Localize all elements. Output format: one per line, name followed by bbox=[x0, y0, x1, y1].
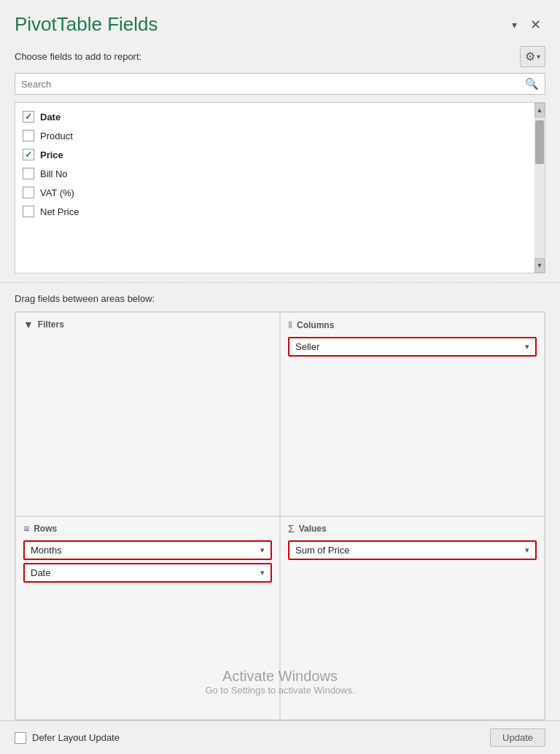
update-button[interactable]: Update bbox=[490, 728, 545, 747]
header-controls: ▾ ✕ bbox=[509, 15, 545, 34]
fields-list-container: Date Product Price Bill No VAT (%) Net P bbox=[15, 102, 545, 273]
filters-icon: ▼ bbox=[23, 319, 34, 330]
columns-seller-label: Seller bbox=[295, 341, 319, 352]
fields-list: Date Product Price Bill No VAT (%) Net P bbox=[15, 103, 534, 273]
values-sumofprice-label: Sum of Price bbox=[295, 545, 349, 556]
field-item-price[interactable]: Price bbox=[15, 145, 534, 164]
field-label-product: Product bbox=[40, 131, 73, 141]
search-icon: 🔍 bbox=[525, 77, 539, 90]
choose-fields-label: Choose fields to add to report: bbox=[15, 51, 141, 62]
field-label-billno: Bill No bbox=[40, 168, 68, 179]
area-rows-header: ≡ Rows bbox=[23, 523, 272, 535]
area-values: Σ Values Sum of Price ▾ bbox=[280, 516, 545, 720]
area-filters-header: ▼ Filters bbox=[23, 319, 272, 330]
field-label-vat: VAT (%) bbox=[40, 187, 74, 198]
rows-icon: ≡ bbox=[23, 523, 29, 535]
panel-close-button[interactable]: ✕ bbox=[526, 15, 545, 34]
columns-icon: ⫴ bbox=[288, 319, 292, 331]
panel-title: PivotTable Fields bbox=[15, 13, 158, 36]
field-checkbox-product[interactable] bbox=[23, 130, 34, 141]
gear-dropdown-arrow-icon: ▾ bbox=[537, 53, 540, 61]
field-item-vat[interactable]: VAT (%) bbox=[15, 183, 534, 202]
area-rows: ≡ Rows Months ▾ Date ▾ bbox=[15, 516, 280, 720]
area-values-header: Σ Values bbox=[288, 523, 537, 535]
values-title: Values bbox=[299, 524, 327, 534]
search-row: 🔍 bbox=[0, 73, 560, 102]
close-icon: ✕ bbox=[530, 18, 541, 32]
rows-months-label: Months bbox=[31, 545, 62, 556]
scrollbar-thumb[interactable] bbox=[535, 120, 544, 164]
panel-footer: Defer Layout Update Update bbox=[0, 720, 560, 754]
values-sumofprice-pill[interactable]: Sum of Price ▾ bbox=[288, 540, 537, 560]
values-icon: Σ bbox=[288, 523, 295, 535]
columns-seller-pill[interactable]: Seller ▾ bbox=[288, 337, 537, 357]
field-item-product[interactable]: Product bbox=[15, 126, 534, 145]
field-item-netprice[interactable]: Net Price bbox=[15, 202, 534, 221]
columns-title: Columns bbox=[297, 320, 334, 330]
area-columns-header: ⫴ Columns bbox=[288, 319, 537, 331]
search-box: 🔍 bbox=[15, 73, 545, 95]
field-item-date[interactable]: Date bbox=[15, 107, 534, 126]
field-checkbox-billno[interactable] bbox=[23, 168, 34, 179]
dropdown-arrow-icon: ▾ bbox=[512, 19, 517, 31]
field-checkbox-price[interactable] bbox=[23, 149, 34, 160]
rows-date-pill[interactable]: Date ▾ bbox=[23, 563, 272, 583]
field-checkbox-vat[interactable] bbox=[23, 187, 34, 198]
field-item-billno[interactable]: Bill No bbox=[15, 164, 534, 183]
rows-date-label: Date bbox=[31, 567, 50, 578]
field-checkbox-date[interactable] bbox=[23, 111, 34, 123]
area-columns: ⫴ Columns Seller ▾ bbox=[280, 312, 545, 516]
pivottable-fields-panel: PivotTable Fields ▾ ✕ Choose fields to a… bbox=[0, 0, 560, 754]
rows-title: Rows bbox=[34, 524, 57, 534]
drag-fields-label: Drag fields between areas below: bbox=[0, 282, 560, 311]
defer-layout-checkbox[interactable] bbox=[15, 732, 26, 744]
choose-fields-row: Choose fields to add to report: ⚙ ▾ bbox=[0, 43, 560, 73]
field-label-netprice: Net Price bbox=[40, 206, 79, 217]
rows-date-arrow-icon: ▾ bbox=[260, 568, 265, 578]
areas-grid: ▼ Filters ⫴ Columns Seller ▾ ≡ Rows Mont… bbox=[15, 311, 545, 720]
panel-header: PivotTable Fields ▾ ✕ bbox=[0, 0, 560, 43]
gear-icon: ⚙ bbox=[525, 50, 535, 63]
search-input[interactable] bbox=[21, 79, 525, 90]
columns-seller-arrow-icon: ▾ bbox=[525, 342, 529, 351]
field-label-price: Price bbox=[40, 149, 63, 160]
defer-layout-label: Defer Layout Update bbox=[32, 732, 120, 743]
field-checkbox-netprice[interactable] bbox=[23, 206, 34, 217]
gear-settings-button[interactable]: ⚙ ▾ bbox=[520, 46, 545, 67]
fields-scrollbar[interactable]: ▲ ▼ bbox=[534, 103, 545, 273]
values-sumofprice-arrow-icon: ▾ bbox=[525, 545, 529, 555]
area-filters: ▼ Filters bbox=[15, 312, 280, 516]
filters-title: Filters bbox=[38, 319, 64, 330]
rows-months-pill[interactable]: Months ▾ bbox=[23, 540, 272, 560]
field-label-date: Date bbox=[40, 112, 61, 123]
rows-months-arrow-icon: ▾ bbox=[260, 545, 265, 555]
panel-dropdown-button[interactable]: ▾ bbox=[509, 18, 520, 32]
scrollbar-up-button[interactable]: ▲ bbox=[534, 103, 545, 117]
scrollbar-down-button[interactable]: ▼ bbox=[534, 258, 545, 273]
